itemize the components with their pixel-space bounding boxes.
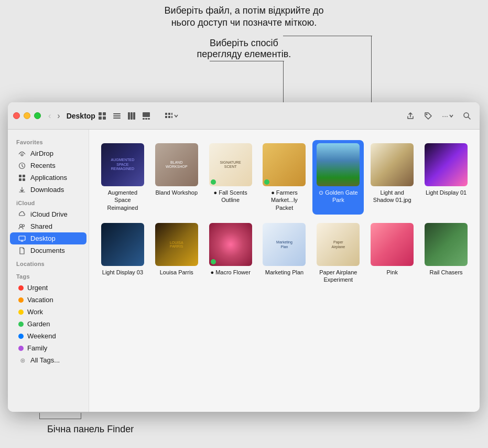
more-button[interactable]: ···	[439, 110, 457, 122]
file-grid-area[interactable]: AUGMENTEDSPACEREIMAGINED Augmented Space…	[89, 130, 480, 412]
file-thumb-macro	[209, 223, 252, 266]
file-item-light01[interactable]: Light Display 01	[420, 140, 472, 215]
favorites-label: Favorites	[8, 135, 89, 147]
file-item-macro[interactable]: ● Macro Flower	[205, 220, 256, 287]
back-button[interactable]: ‹	[46, 110, 53, 122]
file-item-louisa[interactable]: LOUISAPARRIS Louisa Parris	[151, 220, 202, 287]
file-item-bland[interactable]: BLANDWORKSHOP Bland Workshop	[151, 140, 202, 215]
file-item-rail[interactable]: Rail Chasers	[420, 220, 472, 287]
file-thumb-light01	[425, 143, 468, 186]
file-item-light03[interactable]: Light Display 03	[97, 220, 148, 287]
sidebar-item-documents[interactable]: Documents	[10, 244, 86, 257]
sidebar-item-family[interactable]: Family	[10, 342, 86, 354]
sidebar-item-all-tags[interactable]: ◎ All Tags...	[10, 354, 86, 366]
work-label: Work	[27, 308, 43, 316]
file-item-paper[interactable]: PaperAirplane Paper Airplane Experiment	[312, 220, 364, 287]
group-button[interactable]	[161, 110, 181, 122]
search-button[interactable]	[460, 109, 474, 123]
file-name-pink: Pink	[387, 269, 398, 276]
annotation-line3: Виберіть спосіб	[0, 38, 488, 49]
file-name-golden: ⊙ Golden Gate Park	[316, 189, 361, 204]
annotation-line1: Виберіть файл, а потім відкрийте до	[0, 5, 488, 16]
file-item-marketing[interactable]: MarketingPlan Marketing Plan	[259, 220, 310, 287]
file-name-paper: Paper Airplane Experiment	[316, 269, 361, 284]
finder-window: ‹ › Desktop	[8, 102, 480, 412]
sidebar-item-recents[interactable]: Recents	[10, 159, 86, 172]
sidebar-item-work[interactable]: Work	[10, 306, 86, 318]
svg-rect-26	[23, 175, 25, 177]
file-thumb-bland: BLANDWORKSHOP	[155, 143, 198, 186]
svg-rect-2	[99, 116, 102, 120]
fall-tag-dot	[211, 179, 216, 185]
svg-line-22	[468, 117, 470, 119]
svg-rect-8	[131, 112, 133, 120]
tag-button[interactable]	[421, 109, 436, 123]
recents-icon	[18, 162, 27, 169]
callout-line-2	[283, 36, 372, 36]
all-tags-icon: ◎	[18, 357, 27, 363]
forward-button[interactable]: ›	[55, 110, 62, 122]
minimize-button[interactable]	[24, 112, 30, 119]
icon-view-button[interactable]	[95, 109, 109, 123]
downloads-icon	[18, 186, 27, 194]
file-item-augmented[interactable]: AUGMENTEDSPACEREIMAGINED Augmented Space…	[97, 140, 148, 215]
sidebar-item-airdrop[interactable]: AirDrop	[10, 147, 86, 159]
file-item-golden-gate[interactable]: ⊙ Golden Gate Park	[312, 140, 364, 215]
close-button[interactable]	[13, 112, 20, 119]
file-item-farmers[interactable]: ● Farmers Market...ly Packet	[259, 140, 310, 215]
sidebar-item-garden[interactable]: Garden	[10, 318, 86, 330]
urgent-label: Urgent	[27, 284, 48, 292]
svg-point-20	[426, 113, 428, 115]
file-thumb-light-shadow	[371, 143, 414, 186]
garden-dot	[18, 322, 24, 327]
family-label: Family	[27, 344, 47, 352]
icloud-label: iCloud	[8, 196, 89, 208]
callout-line-3	[283, 61, 284, 104]
sidebar-item-downloads[interactable]: Downloads	[10, 184, 86, 196]
annotation-line4: перегляду елементів.	[0, 49, 488, 60]
maximize-button[interactable]	[34, 112, 41, 119]
sidebar-item-applications[interactable]: Applications	[10, 172, 86, 184]
share-button[interactable]	[403, 109, 418, 123]
bottom-annotation: Бічна панель Finder	[47, 424, 134, 435]
sidebar-item-urgent[interactable]: Urgent	[10, 282, 86, 294]
vacation-dot	[18, 297, 24, 303]
weekend-dot	[18, 334, 24, 339]
work-dot	[18, 310, 24, 315]
all-tags-label: All Tags...	[30, 356, 60, 364]
list-view-button[interactable]	[110, 109, 124, 123]
nav-buttons: ‹ ›	[46, 110, 62, 122]
sidebar-item-icloud-drive[interactable]: iCloud Drive	[10, 208, 86, 220]
file-thumb-farmers	[263, 143, 306, 186]
file-thumb-rail	[425, 223, 468, 266]
callout-line-4	[210, 61, 284, 61]
svg-rect-16	[168, 113, 170, 115]
file-name-farmers: ● Farmers Market...ly Packet	[262, 189, 307, 211]
svg-rect-11	[143, 118, 145, 120]
bottom-bracket	[39, 413, 81, 419]
sidebar-item-weekend[interactable]: Weekend	[10, 330, 86, 342]
svg-rect-4	[113, 113, 121, 114]
file-item-light-shadow[interactable]: Light and Shadow 01.jpg	[366, 140, 418, 215]
gallery-view-button[interactable]	[139, 109, 153, 123]
icloud-drive-label: iCloud Drive	[30, 210, 68, 218]
airdrop-icon	[18, 150, 27, 157]
file-name-augmented: Augmented Space Reimagined	[100, 189, 145, 211]
file-name-light-shadow: Light and Shadow 01.jpg	[370, 189, 415, 204]
svg-rect-27	[19, 178, 21, 181]
garden-label: Garden	[27, 320, 50, 328]
sidebar-item-shared[interactable]: Shared	[10, 220, 86, 232]
file-name-louisa: Louisa Parris	[160, 269, 193, 276]
annotation-line2: нього доступ чи позначте міткою.	[0, 17, 488, 28]
svg-rect-12	[145, 118, 147, 120]
file-item-pink[interactable]: Pink	[366, 220, 418, 287]
svg-rect-7	[128, 112, 130, 120]
window-title: Desktop	[67, 112, 95, 120]
main-content: Favorites AirDrop	[8, 130, 480, 412]
svg-rect-15	[165, 116, 167, 118]
sidebar-item-vacation[interactable]: Vacation	[10, 294, 86, 306]
file-item-fall-scents[interactable]: SIGNATURESCENT ● Fall Scents Outline	[205, 140, 256, 215]
top-annotation-area: Виберіть файл, а потім відкрийте до ньог…	[0, 5, 488, 60]
sidebar-item-desktop[interactable]: Desktop	[10, 232, 86, 244]
column-view-button[interactable]	[125, 109, 138, 123]
